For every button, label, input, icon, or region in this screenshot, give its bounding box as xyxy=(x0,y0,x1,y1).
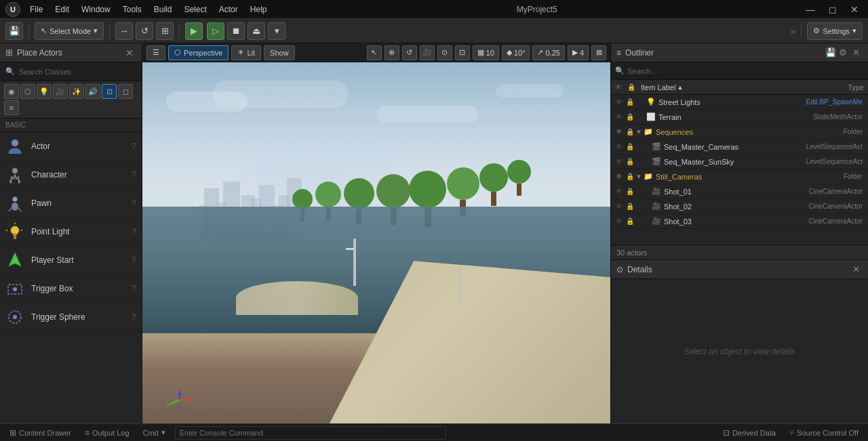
cat-all-icon[interactable]: ◉ xyxy=(4,84,19,99)
tree-item-terrain[interactable]: 👁 🔒 ⬜ Terrain StaticMeshActor xyxy=(611,110,868,125)
cat-vol-icon[interactable]: ◻ xyxy=(118,84,133,99)
play-button[interactable]: ▶ xyxy=(185,22,203,40)
lock-icon-shot03[interactable]: 🔒 xyxy=(625,217,635,225)
more-options-button[interactable]: ▾ xyxy=(268,22,285,40)
cat-cam-icon[interactable]: 🎥 xyxy=(53,84,68,99)
lock-icon-terrain[interactable]: 🔒 xyxy=(625,113,635,121)
outliner-settings-icon[interactable]: ⚙ xyxy=(839,47,847,58)
content-drawer-button[interactable]: ⊞ Content Drawer xyxy=(5,426,75,440)
tree-item-sequences[interactable]: 👁 🔒 ▼ 📁 Sequences Folder xyxy=(611,125,868,140)
actor-item-character[interactable]: Character ? xyxy=(0,161,142,189)
minimize-button[interactable]: — xyxy=(802,3,819,16)
details-close-button[interactable]: ✕ xyxy=(850,264,863,274)
vp-select-tool[interactable]: ↖ xyxy=(367,45,382,60)
actor-item-playerstart[interactable]: Player Start ? xyxy=(0,246,142,274)
menu-window[interactable]: Window xyxy=(76,3,116,16)
settings-button[interactable]: ⚙ Settings ▾ xyxy=(807,22,863,40)
close-button[interactable]: ✕ xyxy=(846,3,863,16)
save-button[interactable]: 💾 xyxy=(5,22,23,40)
eye-icon-shot03[interactable]: 👁 xyxy=(614,217,625,225)
actor-help-triggerbox[interactable]: ? xyxy=(132,283,136,293)
tree-item-seq-sunsky[interactable]: 👁 🔒 🎬 Seq_Master_SunSky LevelSequenceAct xyxy=(611,154,868,169)
actor-item-triggersphere[interactable]: Trigger Sphere ? xyxy=(0,303,142,331)
show-button[interactable]: Show xyxy=(264,45,295,60)
vp-grid-snap[interactable]: ▦ 10 xyxy=(473,45,499,60)
cat-lights-icon[interactable]: 💡 xyxy=(37,84,52,99)
lock-icon-still-cameras[interactable]: 🔒 xyxy=(625,173,635,180)
stop-button[interactable]: ⏹ xyxy=(227,22,245,40)
outliner-save-icon[interactable]: 💾 xyxy=(825,47,836,58)
still-cameras-expand-arrow[interactable]: ▼ xyxy=(635,173,642,180)
actor-help-triggersphere[interactable]: ? xyxy=(132,312,136,322)
actor-help-pointlight[interactable]: ? xyxy=(132,226,136,236)
vp-angle-snap[interactable]: ◆ 10° xyxy=(502,45,530,60)
lock-icon-shot02[interactable]: 🔒 xyxy=(625,203,635,210)
outliner-close-button[interactable]: ✕ xyxy=(850,47,863,58)
expand-toolbar-icon[interactable]: » xyxy=(790,26,795,37)
eye-icon-shot01[interactable]: 👁 xyxy=(614,188,625,195)
eject-button[interactable]: ⏏ xyxy=(248,22,265,40)
outliner-search-input[interactable] xyxy=(627,67,864,75)
lit-button[interactable]: ☀ Lit xyxy=(231,45,261,60)
eye-icon-still-cameras[interactable]: 👁 xyxy=(614,173,625,180)
lock-icon-seq-cameras[interactable]: 🔒 xyxy=(625,143,635,150)
sequences-expand-arrow[interactable]: ▼ xyxy=(635,128,642,135)
viewport[interactable]: ☰ ⬡ Perspective ☀ Lit Show ↖ ⊕ ↺ 🎥 ⊙ ⊡ ▦ xyxy=(142,43,610,423)
eye-icon-seq-sunsky[interactable]: 👁 xyxy=(614,158,625,165)
vp-world-tool[interactable]: ⊡ xyxy=(455,45,470,60)
scale-button[interactable]: ⊞ xyxy=(156,22,174,40)
maximize-button[interactable]: ◻ xyxy=(825,3,841,16)
menu-select[interactable]: Select xyxy=(178,3,212,16)
derived-data-button[interactable]: ⊡ Derived Data xyxy=(719,426,780,440)
actor-help-playerstart[interactable]: ? xyxy=(132,255,136,265)
translate-button[interactable]: ↔ xyxy=(115,22,133,40)
vp-scale-snap[interactable]: ↗ 0.25 xyxy=(532,45,564,60)
actor-help-pawn[interactable]: ? xyxy=(132,198,136,208)
perspective-button[interactable]: ⬡ Perspective xyxy=(168,45,229,60)
cat-geo-icon[interactable]: ⬡ xyxy=(20,84,35,99)
vp-camera-tool[interactable]: 🎥 xyxy=(420,45,435,60)
tree-item-shot02[interactable]: 👁 🔒 🎥 Shot_02 CineCameraActor xyxy=(611,199,868,214)
cmd-dropdown[interactable]: Cmd ▾ xyxy=(139,426,170,440)
actor-item-pawn[interactable]: Pawn ? xyxy=(0,189,142,217)
source-control-button[interactable]: ⑂ Source Control Off xyxy=(785,426,863,440)
menu-actor[interactable]: Actor xyxy=(214,3,243,16)
actor-item-triggerbox[interactable]: Trigger Box ? xyxy=(0,274,142,303)
viewport-menu-button[interactable]: ☰ xyxy=(146,45,165,60)
cat-fx-icon[interactable]: ✨ xyxy=(69,84,84,99)
menu-edit[interactable]: Edit xyxy=(50,3,75,16)
street-lights-type[interactable]: Edit BP_SpawnMe xyxy=(806,98,865,106)
item-label-col[interactable]: Item Label ▲ xyxy=(641,83,683,91)
type-col[interactable]: Type xyxy=(848,83,864,91)
ue-logo[interactable]: U xyxy=(5,2,20,17)
tree-item-street-lights[interactable]: 👁 🔒 💡 Street Lights Edit BP_SpawnMe xyxy=(611,95,868,110)
close-panel-button[interactable]: ✕ xyxy=(123,46,136,60)
vp-settings-button[interactable]: ⊠ xyxy=(591,45,606,60)
vp-translate-tool[interactable]: ⊕ xyxy=(384,45,399,60)
tree-item-shot01[interactable]: 👁 🔒 🎥 Shot_01 CineCameraActor xyxy=(611,184,868,199)
cat-all2-icon[interactable]: ≡ xyxy=(4,100,19,115)
eye-icon-sequences[interactable]: 👁 xyxy=(614,128,625,135)
actor-help-character[interactable]: ? xyxy=(132,169,136,180)
eye-icon-shot02[interactable]: 👁 xyxy=(614,203,625,210)
actor-item-pointlight[interactable]: Point Light ? xyxy=(0,217,142,246)
actor-help-actor[interactable]: ? xyxy=(132,141,136,151)
menu-help[interactable]: Help xyxy=(245,3,273,16)
rotate-button[interactable]: ↺ xyxy=(136,22,153,40)
vp-realtime-tool[interactable]: ⊙ xyxy=(437,45,452,60)
viewport-scene[interactable]: X Y Z xyxy=(142,62,610,423)
cat-sound-icon[interactable]: 🔊 xyxy=(85,84,100,99)
tree-item-shot03[interactable]: 👁 🔒 🎥 Shot_03 CineCameraActor xyxy=(611,214,868,229)
vp-camera-speed[interactable]: ▶ 4 xyxy=(568,45,589,60)
tree-item-seq-cameras[interactable]: 👁 🔒 🎬 Seq_Master_Cameras LevelSequenceAc… xyxy=(611,140,868,154)
menu-build[interactable]: Build xyxy=(149,3,178,16)
eye-icon-terrain[interactable]: 👁 xyxy=(614,113,625,121)
output-log-button[interactable]: ≡ Output Log xyxy=(81,426,133,440)
lock-icon-shot01[interactable]: 🔒 xyxy=(625,188,635,195)
cat-basic-icon[interactable]: ⊡ xyxy=(102,84,117,99)
actor-item-actor[interactable]: Actor ? xyxy=(0,132,142,161)
lock-icon-seq-sunsky[interactable]: 🔒 xyxy=(625,158,635,165)
select-mode-button[interactable]: ↖ Select Mode ▾ xyxy=(35,22,104,40)
vp-rotate-tool[interactable]: ↺ xyxy=(402,45,417,60)
search-classes-input[interactable] xyxy=(19,68,136,76)
